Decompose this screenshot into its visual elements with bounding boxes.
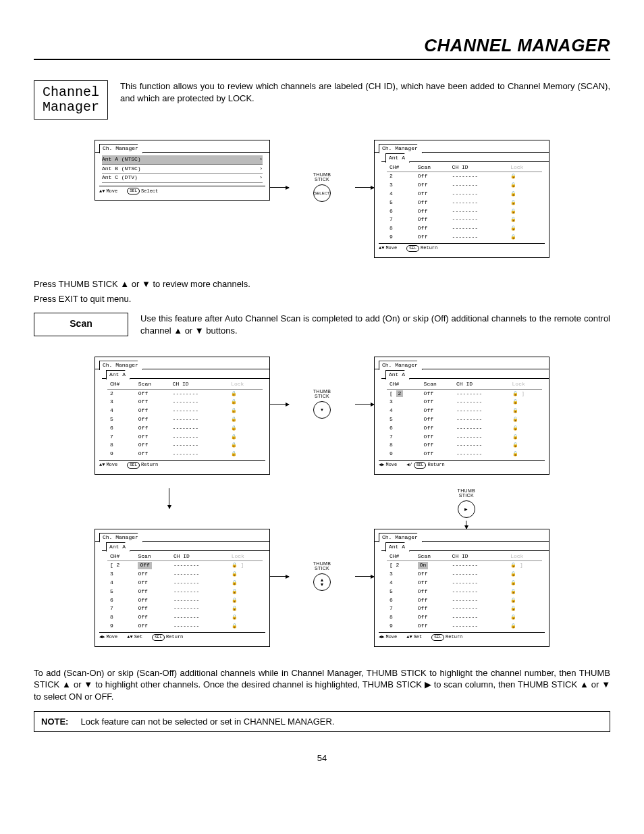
press-line-2: Press EXIT to quit menu. [34,293,610,305]
osd-tab-ant-a: Ant A [385,153,410,163]
osd-panel-list-4: Ch. Manager Ant A CH#ScanCH IDLock [ 2Of… [95,529,270,647]
osd-panel-list-1: Ch. Manager Ant A CH#ScanCH IDLock 2Off-… [374,140,549,258]
footer-move: ▲▼ Move [99,188,117,194]
thumb-stick-right-connector: THUMB STICK ▶ [458,488,475,529]
note-prefix: NOTE: [41,716,68,727]
osd-tab-main: Ch. Manager [99,144,143,153]
page-title: CHANNEL MANAGER [34,34,610,60]
scan-paragraph: Use this feature after Auto Channel Scan… [140,313,610,336]
select-icon: SELECT [313,184,331,202]
footer-return: SEL Return [406,245,437,252]
osd-panel-menu: Ch. Manager Ant A (NTSC)› Ant B (NTSC)› … [95,140,270,201]
thumb-stick-down-icon: ▼ [313,401,331,419]
footer-move: ▲▼ Move [379,245,397,252]
intro-paragraph: This function allows you to review which… [120,80,610,120]
osd-panel-list-5: Ch. Manager Ant A CH#ScanCH IDLock [ 2On… [374,529,549,647]
osd-tab-main: Ch. Manager [379,144,423,153]
thumb-stick-connector: THUMB STICK SELECT [270,140,374,234]
press-line-1: Press THUMB STICK ▲ or ▼ to review more … [34,278,610,290]
note-text: Lock feature can not be selected or set … [80,716,334,727]
page-number: 54 [34,752,610,764]
scan-label-box: Scan [34,313,128,336]
arrow-down-left [169,488,169,509]
channel-manager-label-box: Channel Manager [34,80,108,120]
to-add-paragraph: To add (Scan-On) or skip (Scan-Off) addi… [34,667,610,703]
menu-item-ant-b[interactable]: Ant B (NTSC)› [102,165,263,174]
osd-panel-list-3: Ch. Manager Ant A CH#ScanCH IDLock [ 2Of… [374,357,549,475]
channel-table: CH#ScanCH IDLock 2Off--------🔒3Off------… [387,163,542,242]
osd-panel-list-2: Ch. Manager Ant A CH#ScanCH IDLock 2Off-… [95,357,270,475]
footer-select: SEL Select [127,188,158,194]
note-box: NOTE:Lock feature can not be selected or… [34,711,610,733]
thumb-stick-updown-icon: ▲▼ [313,573,331,591]
menu-item-ant-a[interactable]: Ant A (NTSC)› [102,155,263,165]
menu-item-ant-c[interactable]: Ant C (DTV)› [102,174,263,183]
